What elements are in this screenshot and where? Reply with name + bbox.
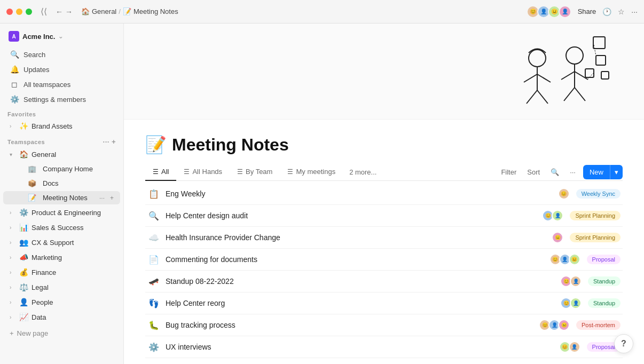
more-options-icon[interactable]: ··· — [631, 7, 638, 16]
sidebar-item-legal[interactable]: › ⚖️ Legal — [3, 280, 120, 294]
sidebar-item-company-home[interactable]: 🏢 Company Home — [3, 162, 120, 176]
filter-button[interactable]: Filter — [498, 166, 520, 178]
row-tag-0: Weekly Sync — [576, 189, 621, 199]
more-options-button[interactable]: ··· — [567, 166, 579, 178]
sidebar-item-all-teamspaces[interactable]: ◻ All teamspaces — [3, 77, 120, 91]
sidebar-item-updates[interactable]: 🔔 Updates — [3, 62, 120, 76]
traffic-lights — [6, 9, 32, 15]
table-row[interactable]: 🔍 Help Center design audit 😊 👤 Sprint Pl… — [145, 205, 623, 227]
share-button[interactable]: Share — [578, 7, 596, 15]
marketing-icon: 📣 — [19, 253, 28, 262]
teamspaces-actions: ··· + — [103, 138, 116, 146]
table-row[interactable]: 🛹 Standup 08-22-2022 😊 👤 Standup — [145, 271, 623, 292]
table-row[interactable]: ☁️ Health Insurance Provider Change 😐 Sp… — [145, 227, 623, 249]
row-tag-1: Sprint Planning — [570, 211, 621, 220]
row-avatars-7: 😊 👤 — [559, 341, 580, 353]
tab-all-hands[interactable]: ☰ All Hands — [176, 163, 230, 181]
tab-all-icon: ☰ — [153, 168, 159, 176]
tab-my-meetings[interactable]: ☰ My meetings — [280, 163, 343, 181]
favorite-icon[interactable]: ☆ — [618, 7, 625, 16]
new-page-label: New page — [17, 329, 49, 337]
row-emoji-5: 👣 — [147, 298, 160, 308]
meeting-notes-icon: 📝 — [28, 194, 36, 202]
table-row[interactable]: 🐛 Bug tracking process 😊 👤 😐 Post-mortem — [145, 314, 623, 336]
new-page-button[interactable]: + New page — [3, 327, 120, 340]
sidebar-item-settings[interactable]: ⚙️ Settings & members — [3, 92, 120, 106]
row-title-2: Health Insurance Provider Change — [166, 233, 552, 242]
teamspaces-more-icon[interactable]: ··· — [103, 138, 109, 146]
titlebar-actions: 😊 👤 😐 👤 Share 🕐 ☆ ··· — [529, 5, 638, 18]
tab-all-label: All — [161, 168, 169, 176]
sidebar-item-search[interactable]: 🔍 Search — [3, 48, 120, 61]
sidebar-item-meeting-notes[interactable]: 📝 Meeting Notes ··· + — [3, 191, 120, 204]
svg-line-11 — [575, 88, 585, 101]
row-tag-6: Post-mortem — [576, 320, 621, 330]
product-engineering-icon: ⚙️ — [19, 208, 28, 217]
row-emoji-2: ☁️ — [147, 233, 160, 243]
help-button[interactable]: ? — [614, 334, 633, 353]
sidebar-item-docs[interactable]: 📦 Docs — [3, 177, 120, 190]
tabs-row: ☰ All ☰ All Hands ☰ By Team ☰ My meeting… — [145, 163, 623, 181]
sidebar-item-general[interactable]: ▾ 🏠 General — [3, 147, 120, 161]
sidebar-collapse-button[interactable]: ⟨⟨ — [41, 6, 47, 17]
meeting-notes-label: Meeting Notes — [43, 194, 96, 202]
chevron-right-icon-fin: › — [10, 270, 16, 275]
new-button-dropdown-icon[interactable]: ▾ — [610, 165, 623, 179]
sidebar-item-sales[interactable]: › 📊 Sales & Success — [3, 220, 120, 234]
sidebar-item-marketing[interactable]: › 📣 Marketing — [3, 250, 120, 264]
chevron-right-icon-data: › — [10, 314, 16, 320]
row-title-6: Bug tracking process — [166, 321, 539, 329]
back-button[interactable]: ← — [56, 7, 63, 16]
table-row[interactable]: ⚙️ UX interviews 😊 👤 Proposal — [145, 336, 623, 358]
data-icon: 📈 — [19, 313, 28, 321]
minimize-button[interactable] — [16, 9, 22, 15]
meeting-notes-more-icon[interactable]: ··· — [99, 194, 105, 202]
company-home-label: Company Home — [43, 165, 93, 173]
sidebar-item-data[interactable]: › 📈 Data — [3, 310, 120, 324]
new-button[interactable]: New ▾ — [583, 165, 623, 179]
table-row[interactable]: 📋 Eng Weekly 😊 Weekly Sync — [145, 183, 623, 205]
tab-all[interactable]: ☰ All — [145, 163, 176, 181]
meeting-notes-add-icon[interactable]: + — [110, 194, 114, 202]
sidebar-item-people[interactable]: › 👤 People — [3, 295, 120, 309]
search-icon: 🔍 — [10, 50, 19, 59]
table-row[interactable]: 👣 Help Center reorg 😊 👤 Standup — [145, 292, 623, 314]
banner-illustration — [494, 23, 623, 119]
sort-button[interactable]: Sort — [524, 166, 543, 178]
chevron-right-icon-sales: › — [10, 225, 16, 231]
row-avatars-1: 😊 👤 — [542, 210, 563, 221]
workspace-chevron-icon: ⌄ — [58, 33, 63, 40]
all-teamspaces-icon: ◻ — [10, 80, 19, 89]
sidebar-item-brand-assets[interactable]: › ✨ Brand Assets — [3, 119, 120, 133]
cx-icon: 👥 — [19, 238, 28, 247]
row-title-5: Help Center reorg — [166, 299, 560, 307]
maximize-button[interactable] — [26, 9, 32, 15]
table-row[interactable]: 📄 Commenting for documents 😊 👤 😐 Proposa… — [145, 249, 623, 271]
sidebar-item-product-engineering[interactable]: › ⚙️ Product & Engineering — [3, 205, 120, 219]
search-button[interactable]: 🔍 — [547, 166, 562, 178]
teamspaces-add-icon[interactable]: + — [112, 138, 116, 146]
people-icon: 👤 — [19, 298, 28, 306]
tab-by-team[interactable]: ☰ By Team — [230, 163, 280, 181]
sidebar-item-finance[interactable]: › 💰 Finance — [3, 265, 120, 279]
forward-button[interactable]: → — [65, 7, 73, 16]
row-title-0: Eng Weekly — [166, 189, 558, 198]
docs-label: Docs — [43, 179, 59, 187]
tabs-more-button[interactable]: 2 more... — [343, 164, 383, 180]
table-row[interactable]: 🔗 CRDTs at Acme 😊 👤 General — [145, 358, 623, 364]
row-emoji-6: 🐛 — [147, 320, 160, 330]
updates-icon: 🔔 — [10, 65, 19, 74]
tab-by-team-icon: ☰ — [237, 168, 243, 176]
svg-line-16 — [587, 73, 593, 80]
history-icon[interactable]: 🕐 — [602, 7, 611, 16]
breadcrumb-separator: / — [119, 7, 121, 15]
sidebar-item-cx-support[interactable]: › 👥 CX & Support — [3, 235, 120, 249]
close-button[interactable] — [6, 9, 13, 15]
workspace-selector[interactable]: A Acme Inc. ⌄ — [4, 28, 119, 45]
nav-arrows: ← → — [56, 7, 73, 16]
row-title-1: Help Center design audit — [166, 211, 542, 220]
avatar: 👤 — [570, 297, 582, 309]
tab-my-meetings-label: My meetings — [296, 168, 335, 176]
chevron-down-icon: ▾ — [10, 152, 16, 157]
breadcrumb-home[interactable]: General — [92, 7, 116, 15]
